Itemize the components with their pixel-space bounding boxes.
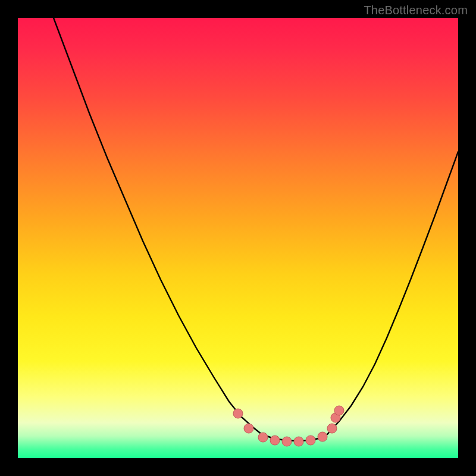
marker-point <box>244 424 253 433</box>
plot-area <box>18 18 458 458</box>
marker-point <box>258 433 268 442</box>
marker-point <box>318 432 327 441</box>
marker-point <box>270 436 280 445</box>
curve-left-branch <box>54 18 262 434</box>
chart-frame: TheBottleneck.com <box>0 0 476 476</box>
marker-point <box>233 409 243 418</box>
marker-point <box>334 406 344 415</box>
marker-point <box>282 437 292 446</box>
marker-point <box>306 436 315 445</box>
watermark-text: TheBottleneck.com <box>364 4 468 17</box>
marker-point <box>294 437 303 446</box>
marker-group <box>233 406 344 446</box>
marker-point <box>327 424 337 433</box>
curve-right-branch <box>327 152 458 434</box>
chart-svg-layer <box>18 18 458 458</box>
